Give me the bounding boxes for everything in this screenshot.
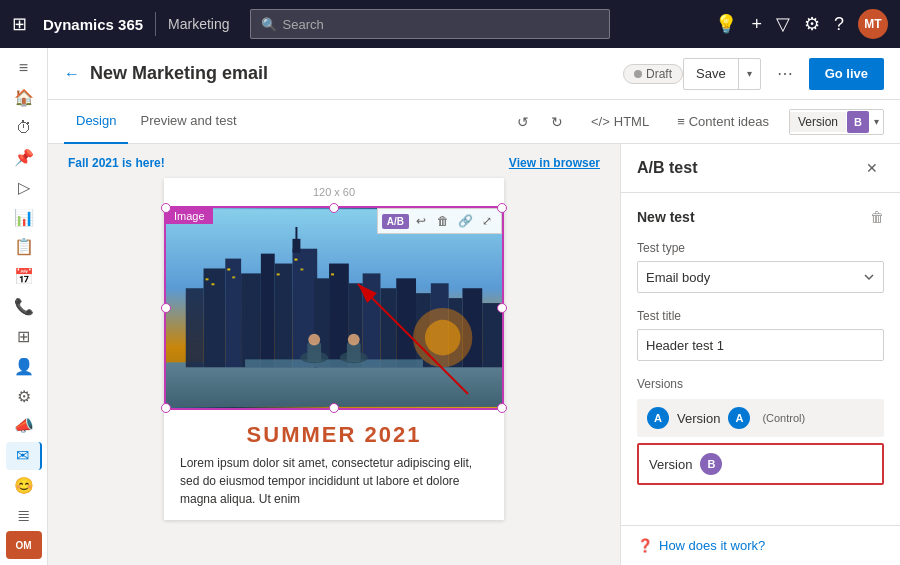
sidebar-item-home[interactable]: 🏠 bbox=[6, 84, 42, 112]
version-selector[interactable]: Version B ▾ bbox=[789, 109, 884, 135]
lightbulb-icon[interactable]: 💡 bbox=[715, 13, 737, 35]
sidebar-item-menu[interactable]: ≡ bbox=[6, 54, 42, 82]
content-area: ← New Marketing email Draft Save ▾ ⋯ Go … bbox=[48, 48, 900, 565]
brand-text: Dynamics 365 bbox=[43, 16, 143, 33]
sidebar-item-settings[interactable]: ⚙ bbox=[6, 382, 42, 410]
version-dropdown-arrow[interactable]: ▾ bbox=[870, 116, 883, 127]
more-options-button[interactable]: ⋯ bbox=[769, 58, 801, 90]
svg-rect-5 bbox=[241, 273, 261, 367]
help-icon[interactable]: ? bbox=[834, 14, 844, 35]
sidebar-item-emoji[interactable]: 😊 bbox=[6, 472, 42, 500]
nav-divider bbox=[155, 12, 156, 36]
page-header: ← New Marketing email Draft Save ▾ ⋯ Go … bbox=[48, 48, 900, 100]
tab-preview[interactable]: Preview and test bbox=[128, 100, 248, 144]
svg-rect-13 bbox=[380, 288, 396, 367]
editor-area: Fall 2021 is here! View in browser 120 x… bbox=[48, 144, 620, 565]
resize-handle-tl[interactable] bbox=[161, 203, 171, 213]
resize-handle-bl[interactable] bbox=[161, 403, 171, 413]
version-b-row[interactable]: Version B bbox=[637, 443, 884, 485]
sidebar-item-users[interactable]: 👤 bbox=[6, 352, 42, 380]
svg-point-38 bbox=[348, 334, 360, 346]
add-icon[interactable]: + bbox=[751, 14, 762, 35]
filter-icon[interactable]: ▽ bbox=[776, 13, 790, 35]
versions-label: Versions bbox=[637, 377, 884, 391]
return-icon[interactable]: ↩ bbox=[411, 211, 431, 231]
left-sidebar: ≡ 🏠 ⏱ 📌 ▷ 📊 📋 📅 📞 ⊞ 👤 ⚙ 📣 ✉ 😊 ≣ OM bbox=[0, 48, 48, 565]
resize-handle-bm[interactable] bbox=[329, 403, 339, 413]
save-main-button[interactable]: Save bbox=[684, 59, 738, 89]
sidebar-item-calendar[interactable]: 📅 bbox=[6, 263, 42, 291]
test-type-field: Test type Email body bbox=[637, 241, 884, 293]
preview-banner: Fall 2021 is here! View in browser bbox=[68, 156, 600, 170]
grid-icon[interactable]: ⊞ bbox=[12, 13, 27, 35]
version-a-row[interactable]: A Version A (Control) bbox=[637, 399, 884, 437]
sidebar-item-play[interactable]: ▷ bbox=[6, 173, 42, 201]
test-title-label: Test title bbox=[637, 309, 884, 323]
svg-rect-27 bbox=[294, 259, 297, 261]
ab-test-panel: A/B test ✕ New test 🗑 Test type Email bo… bbox=[620, 144, 900, 565]
module-name: Marketing bbox=[168, 16, 229, 32]
svg-rect-25 bbox=[232, 276, 235, 278]
version-a-text: Version bbox=[677, 411, 720, 426]
go-live-button[interactable]: Go live bbox=[809, 58, 884, 90]
undo-button[interactable]: ↺ bbox=[509, 108, 537, 136]
resize-handle-ml[interactable] bbox=[161, 303, 171, 313]
test-type-select[interactable]: Email body bbox=[637, 261, 884, 293]
content-ideas-icon: ≡ bbox=[677, 114, 685, 129]
sidebar-item-recent[interactable]: ⏱ bbox=[6, 114, 42, 142]
how-does-it-work-link[interactable]: ❓ How does it work? bbox=[637, 538, 884, 553]
content-ideas-button[interactable]: ≡ Content ideas bbox=[669, 110, 777, 133]
back-button[interactable]: ← bbox=[64, 65, 80, 83]
search-placeholder: Search bbox=[283, 17, 324, 32]
summer-title: SUMMER 2021 bbox=[164, 410, 504, 454]
sidebar-item-calls[interactable]: 📞 bbox=[6, 293, 42, 321]
resize-handle-mr[interactable] bbox=[497, 303, 507, 313]
trash-icon[interactable]: 🗑 bbox=[433, 211, 453, 231]
delete-test-button[interactable]: 🗑 bbox=[870, 209, 884, 225]
sidebar-item-list[interactable]: ≣ bbox=[6, 501, 42, 529]
ab-button[interactable]: A/B bbox=[382, 214, 409, 229]
close-panel-button[interactable]: ✕ bbox=[860, 156, 884, 180]
content-ideas-label: Content ideas bbox=[689, 114, 769, 129]
svg-rect-6 bbox=[261, 254, 275, 368]
save-dropdown-button[interactable]: ▾ bbox=[738, 59, 760, 89]
version-b-circle: B bbox=[700, 453, 722, 475]
redo-button[interactable]: ↻ bbox=[543, 108, 571, 136]
resize-handle-br[interactable] bbox=[497, 403, 507, 413]
sidebar-item-pinned[interactable]: 📌 bbox=[6, 143, 42, 171]
nav-actions: 💡 + ▽ ⚙ ? MT bbox=[715, 9, 888, 39]
save-button-group: Save ▾ bbox=[683, 58, 761, 90]
image-label: Image bbox=[166, 208, 213, 224]
lorem-text: Lorem ipsum dolor sit amet, consectetur … bbox=[164, 454, 504, 520]
resize-handle-tr[interactable] bbox=[497, 203, 507, 213]
test-title-input[interactable] bbox=[637, 329, 884, 361]
search-bar[interactable]: 🔍 Search bbox=[250, 9, 610, 39]
panel-footer: ❓ How does it work? bbox=[621, 525, 900, 565]
panel-title: A/B test bbox=[637, 159, 697, 177]
settings-icon[interactable]: ⚙ bbox=[804, 13, 820, 35]
sidebar-item-grid[interactable]: ⊞ bbox=[6, 322, 42, 350]
sidebar-item-marketing[interactable]: 📣 bbox=[6, 412, 42, 440]
new-test-row: New test 🗑 bbox=[637, 209, 884, 225]
code-icon: </> bbox=[591, 114, 610, 129]
sidebar-item-om[interactable]: OM bbox=[6, 531, 42, 559]
tab-design[interactable]: Design bbox=[64, 100, 128, 144]
status-text: Draft bbox=[646, 67, 672, 81]
sidebar-item-email[interactable]: ✉ bbox=[6, 442, 42, 470]
version-a-control-tag: (Control) bbox=[762, 412, 805, 424]
svg-rect-24 bbox=[227, 268, 230, 270]
resize-handle-tm[interactable] bbox=[329, 203, 339, 213]
ab-toolbar: A/B ↩ 🗑 🔗 ⤢ bbox=[377, 208, 502, 234]
help-circle-icon: ❓ bbox=[637, 538, 653, 553]
view-in-browser-link[interactable]: View in browser bbox=[509, 156, 600, 170]
sidebar-item-analytics[interactable]: 📊 bbox=[6, 203, 42, 231]
html-button[interactable]: </> HTML bbox=[583, 110, 657, 133]
svg-rect-28 bbox=[300, 268, 303, 270]
link-icon[interactable]: 🔗 bbox=[455, 211, 475, 231]
image-block[interactable]: Image A/B ↩ 🗑 🔗 ⤢ bbox=[164, 206, 504, 410]
svg-rect-10 bbox=[329, 264, 349, 368]
sidebar-item-documents[interactable]: 📋 bbox=[6, 233, 42, 261]
move-icon[interactable]: ⤢ bbox=[477, 211, 497, 231]
svg-rect-1 bbox=[166, 362, 502, 406]
avatar[interactable]: MT bbox=[858, 9, 888, 39]
